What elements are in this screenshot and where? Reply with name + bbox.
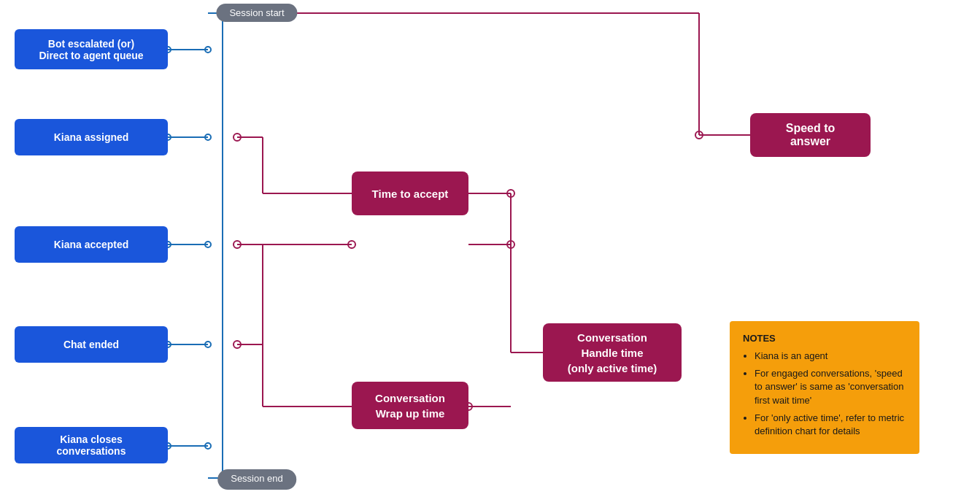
svg-point-9 (695, 131, 703, 139)
svg-point-21 (234, 241, 241, 248)
diagram-container: Session start Session end Bot escalated … (0, 0, 980, 497)
svg-point-24 (348, 241, 355, 248)
svg-point-28 (205, 342, 211, 347)
notes-item-3: For 'only active time', refer to metric … (755, 412, 906, 438)
svg-point-41 (205, 443, 211, 449)
event-box-chat-ended: Chat ended (15, 326, 168, 363)
event-box-kiana-accepted: Kiana accepted (15, 226, 168, 263)
svg-point-14 (234, 134, 241, 141)
event-box-kiana-closes: Kiana closes conversations (15, 427, 168, 463)
session-start-pill: Session start (216, 4, 297, 22)
metric-time-to-accept: Time to accept (352, 172, 468, 215)
notes-item-1: Kiana is an agent (755, 350, 906, 363)
metric-conversation-handle-time: Conversation Handle time (only active ti… (543, 323, 682, 382)
event-box-kiana-assigned: Kiana assigned (15, 119, 168, 155)
svg-point-36 (507, 241, 514, 248)
event-box-bot-escalated: Bot escalated (or) Direct to agent queue (15, 29, 168, 69)
svg-point-4 (205, 47, 211, 53)
metric-speed-to-answer: Speed to answer (750, 113, 871, 157)
svg-point-26 (507, 190, 514, 197)
session-end-pill: Session end (217, 469, 296, 490)
notes-list: Kiana is an agent For engaged conversati… (743, 350, 906, 438)
svg-point-31 (234, 341, 241, 348)
metric-conversation-wrap-up: Conversation Wrap up time (352, 382, 468, 429)
notes-title: NOTES (743, 333, 906, 344)
notes-item-2: For engaged conversations, 'speed to ans… (755, 367, 906, 407)
notes-box: NOTES Kiana is an agent For engaged conv… (730, 321, 919, 454)
svg-point-11 (205, 134, 211, 140)
svg-point-18 (205, 242, 211, 247)
